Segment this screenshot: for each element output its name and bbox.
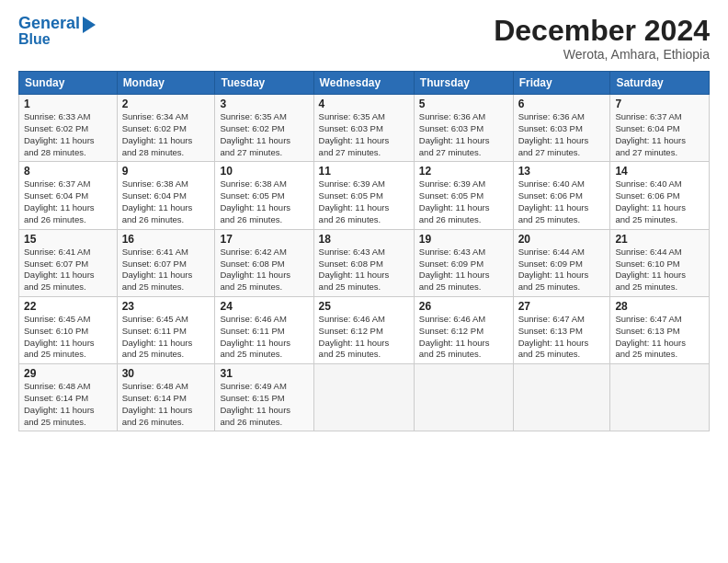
calendar-header-sunday: Sunday bbox=[19, 72, 118, 95]
header: General Blue December 2024 Werota, Amhar… bbox=[18, 15, 710, 62]
day-info: Sunrise: 6:35 AMSunset: 6:02 PMDaylight:… bbox=[220, 111, 308, 158]
page: General Blue December 2024 Werota, Amhar… bbox=[0, 0, 728, 563]
calendar-cell: 1Sunrise: 6:33 AMSunset: 6:02 PMDaylight… bbox=[19, 95, 118, 162]
day-info: Sunrise: 6:46 AMSunset: 6:12 PMDaylight:… bbox=[419, 314, 508, 361]
day-number: 24 bbox=[220, 300, 308, 313]
calendar-cell: 3Sunrise: 6:35 AMSunset: 6:02 PMDaylight… bbox=[215, 95, 313, 162]
day-info: Sunrise: 6:46 AMSunset: 6:11 PMDaylight:… bbox=[220, 314, 308, 361]
day-info: Sunrise: 6:36 AMSunset: 6:03 PMDaylight:… bbox=[419, 111, 508, 158]
day-info: Sunrise: 6:40 AMSunset: 6:06 PMDaylight:… bbox=[518, 178, 606, 225]
day-info: Sunrise: 6:38 AMSunset: 6:05 PMDaylight:… bbox=[220, 178, 308, 225]
day-info: Sunrise: 6:46 AMSunset: 6:12 PMDaylight:… bbox=[319, 314, 409, 361]
day-info: Sunrise: 6:45 AMSunset: 6:11 PMDaylight:… bbox=[122, 314, 210, 361]
day-number: 9 bbox=[122, 165, 210, 178]
day-info: Sunrise: 6:39 AMSunset: 6:05 PMDaylight:… bbox=[319, 178, 409, 225]
day-info: Sunrise: 6:43 AMSunset: 6:09 PMDaylight:… bbox=[419, 247, 508, 293]
day-number: 30 bbox=[122, 367, 210, 380]
day-info: Sunrise: 6:37 AMSunset: 6:04 PMDaylight:… bbox=[24, 178, 112, 225]
calendar-header-row: SundayMondayTuesdayWednesdayThursdayFrid… bbox=[19, 72, 710, 95]
calendar-cell: 28Sunrise: 6:47 AMSunset: 6:13 PMDayligh… bbox=[610, 296, 710, 363]
day-number: 2 bbox=[122, 98, 210, 110]
calendar-header-tuesday: Tuesday bbox=[215, 72, 313, 95]
day-info: Sunrise: 6:41 AMSunset: 6:07 PMDaylight:… bbox=[24, 247, 112, 293]
calendar-cell: 6Sunrise: 6:36 AMSunset: 6:03 PMDaylight… bbox=[513, 95, 610, 162]
calendar-cell: 19Sunrise: 6:43 AMSunset: 6:09 PMDayligh… bbox=[414, 229, 513, 296]
calendar-cell: 27Sunrise: 6:47 AMSunset: 6:13 PMDayligh… bbox=[513, 296, 610, 363]
calendar-cell bbox=[414, 364, 513, 431]
day-number: 29 bbox=[24, 367, 112, 380]
page-subtitle: Werota, Amhara, Ethiopia bbox=[494, 47, 710, 62]
day-info: Sunrise: 6:41 AMSunset: 6:07 PMDaylight:… bbox=[122, 247, 210, 293]
day-number: 1 bbox=[24, 98, 112, 110]
day-info: Sunrise: 6:47 AMSunset: 6:13 PMDaylight:… bbox=[518, 314, 606, 361]
day-number: 18 bbox=[319, 233, 409, 246]
day-info: Sunrise: 6:33 AMSunset: 6:02 PMDaylight:… bbox=[24, 111, 112, 158]
day-number: 21 bbox=[615, 233, 704, 246]
day-info: Sunrise: 6:36 AMSunset: 6:03 PMDaylight:… bbox=[518, 111, 606, 158]
day-number: 4 bbox=[319, 98, 409, 110]
calendar-cell: 22Sunrise: 6:45 AMSunset: 6:10 PMDayligh… bbox=[19, 296, 118, 363]
calendar-cell bbox=[313, 364, 414, 431]
day-info: Sunrise: 6:38 AMSunset: 6:04 PMDaylight:… bbox=[122, 178, 210, 225]
title-block: December 2024 Werota, Amhara, Ethiopia bbox=[494, 15, 710, 62]
calendar-week-1: 1Sunrise: 6:33 AMSunset: 6:02 PMDaylight… bbox=[19, 95, 710, 162]
calendar-header-monday: Monday bbox=[117, 72, 215, 95]
calendar-header-wednesday: Wednesday bbox=[313, 72, 414, 95]
day-number: 10 bbox=[220, 165, 308, 178]
calendar-cell: 23Sunrise: 6:45 AMSunset: 6:11 PMDayligh… bbox=[117, 296, 215, 363]
calendar-table: SundayMondayTuesdayWednesdayThursdayFrid… bbox=[18, 71, 710, 431]
day-number: 22 bbox=[24, 300, 112, 313]
calendar-cell: 12Sunrise: 6:39 AMSunset: 6:05 PMDayligh… bbox=[414, 162, 513, 229]
calendar-cell: 16Sunrise: 6:41 AMSunset: 6:07 PMDayligh… bbox=[117, 229, 215, 296]
day-info: Sunrise: 6:35 AMSunset: 6:03 PMDaylight:… bbox=[319, 111, 409, 158]
day-info: Sunrise: 6:45 AMSunset: 6:10 PMDaylight:… bbox=[24, 314, 112, 361]
day-number: 14 bbox=[615, 165, 704, 178]
logo-blue: Blue bbox=[18, 31, 51, 48]
calendar-cell: 4Sunrise: 6:35 AMSunset: 6:03 PMDaylight… bbox=[313, 95, 414, 162]
calendar-cell: 8Sunrise: 6:37 AMSunset: 6:04 PMDaylight… bbox=[19, 162, 118, 229]
day-number: 3 bbox=[220, 98, 308, 110]
calendar-cell: 29Sunrise: 6:48 AMSunset: 6:14 PMDayligh… bbox=[19, 364, 118, 431]
day-number: 7 bbox=[615, 98, 704, 110]
day-number: 28 bbox=[615, 300, 704, 313]
calendar-cell: 26Sunrise: 6:46 AMSunset: 6:12 PMDayligh… bbox=[414, 296, 513, 363]
calendar-header-thursday: Thursday bbox=[414, 72, 513, 95]
day-info: Sunrise: 6:48 AMSunset: 6:14 PMDaylight:… bbox=[24, 381, 112, 428]
day-info: Sunrise: 6:44 AMSunset: 6:10 PMDaylight:… bbox=[615, 247, 704, 293]
day-number: 20 bbox=[518, 233, 606, 246]
day-number: 8 bbox=[24, 165, 112, 178]
day-number: 31 bbox=[220, 367, 308, 380]
day-number: 6 bbox=[518, 98, 606, 110]
calendar-cell: 13Sunrise: 6:40 AMSunset: 6:06 PMDayligh… bbox=[513, 162, 610, 229]
day-info: Sunrise: 6:37 AMSunset: 6:04 PMDaylight:… bbox=[615, 111, 704, 158]
day-number: 27 bbox=[518, 300, 606, 313]
calendar-cell: 14Sunrise: 6:40 AMSunset: 6:06 PMDayligh… bbox=[610, 162, 710, 229]
calendar-cell: 21Sunrise: 6:44 AMSunset: 6:10 PMDayligh… bbox=[610, 229, 710, 296]
calendar-cell: 31Sunrise: 6:49 AMSunset: 6:15 PMDayligh… bbox=[215, 364, 313, 431]
calendar-cell: 15Sunrise: 6:41 AMSunset: 6:07 PMDayligh… bbox=[19, 229, 118, 296]
calendar-cell: 17Sunrise: 6:42 AMSunset: 6:08 PMDayligh… bbox=[215, 229, 313, 296]
calendar-week-5: 29Sunrise: 6:48 AMSunset: 6:14 PMDayligh… bbox=[19, 364, 710, 431]
day-number: 17 bbox=[220, 233, 308, 246]
calendar-cell: 18Sunrise: 6:43 AMSunset: 6:08 PMDayligh… bbox=[313, 229, 414, 296]
calendar-cell: 25Sunrise: 6:46 AMSunset: 6:12 PMDayligh… bbox=[313, 296, 414, 363]
logo: General Blue bbox=[18, 15, 96, 48]
calendar-header-friday: Friday bbox=[513, 72, 610, 95]
day-info: Sunrise: 6:39 AMSunset: 6:05 PMDaylight:… bbox=[419, 178, 508, 225]
day-number: 11 bbox=[319, 165, 409, 178]
day-info: Sunrise: 6:47 AMSunset: 6:13 PMDaylight:… bbox=[615, 314, 704, 361]
day-number: 12 bbox=[419, 165, 508, 178]
calendar-week-2: 8Sunrise: 6:37 AMSunset: 6:04 PMDaylight… bbox=[19, 162, 710, 229]
calendar-cell: 10Sunrise: 6:38 AMSunset: 6:05 PMDayligh… bbox=[215, 162, 313, 229]
calendar-cell: 9Sunrise: 6:38 AMSunset: 6:04 PMDaylight… bbox=[117, 162, 215, 229]
day-number: 15 bbox=[24, 233, 112, 246]
day-number: 5 bbox=[419, 98, 508, 110]
day-number: 19 bbox=[419, 233, 508, 246]
calendar-cell: 5Sunrise: 6:36 AMSunset: 6:03 PMDaylight… bbox=[414, 95, 513, 162]
day-number: 23 bbox=[122, 300, 210, 313]
calendar-cell: 7Sunrise: 6:37 AMSunset: 6:04 PMDaylight… bbox=[610, 95, 710, 162]
logo-general: General bbox=[18, 15, 80, 33]
day-number: 25 bbox=[319, 300, 409, 313]
day-info: Sunrise: 6:34 AMSunset: 6:02 PMDaylight:… bbox=[122, 111, 210, 158]
day-info: Sunrise: 6:49 AMSunset: 6:15 PMDaylight:… bbox=[220, 381, 308, 428]
